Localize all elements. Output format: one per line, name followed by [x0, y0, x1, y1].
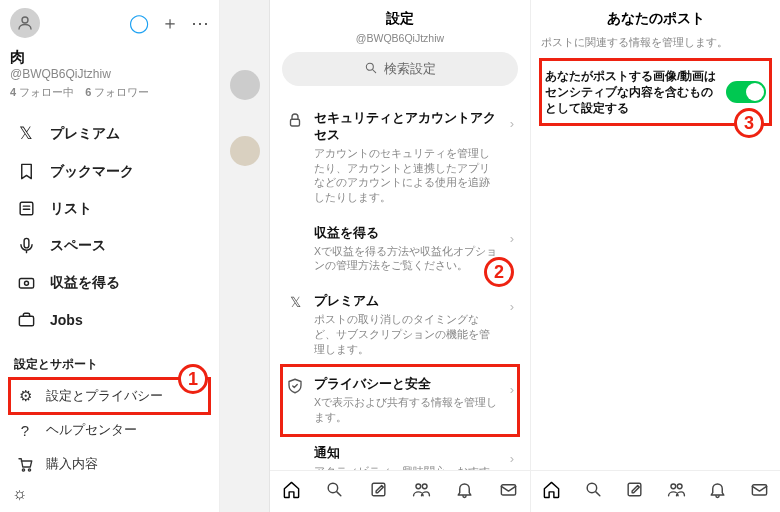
search-icon: [364, 61, 378, 78]
svg-rect-12: [291, 119, 300, 126]
svg-point-22: [671, 483, 676, 488]
list-icon: [16, 199, 36, 218]
svg-rect-4: [24, 238, 29, 248]
help-icon: ?: [16, 422, 34, 439]
nav-premium[interactable]: 𝕏プレミアム: [10, 114, 209, 153]
mic-icon: [16, 236, 36, 255]
callout-2: 2: [484, 257, 514, 287]
home-icon[interactable]: [542, 480, 561, 504]
compose-icon[interactable]: [625, 480, 644, 504]
user-handle: @BWQB6QiJtzhiw: [10, 67, 209, 81]
toggle-switch[interactable]: [726, 81, 766, 103]
home-icon[interactable]: [282, 480, 301, 504]
lock-icon: [286, 111, 304, 129]
svg-line-11: [373, 69, 376, 72]
theme-icon[interactable]: ☼: [12, 484, 28, 504]
setting-privacy-safety[interactable]: プライバシーと安全Xで表示および共有する情報を管理します。›: [282, 366, 518, 434]
search-settings[interactable]: 検索設定: [282, 52, 518, 86]
sidebar-item-help[interactable]: ?ヘルプセンター: [10, 413, 209, 447]
setting-monetize[interactable]: 収益を得るXで収益を得る方法や収益化オプションの管理方法をご覧ください。›: [282, 215, 518, 283]
search-icon[interactable]: [584, 480, 603, 504]
svg-point-23: [677, 483, 682, 488]
mail-icon[interactable]: [499, 480, 518, 504]
gear-icon: ⚙: [16, 387, 34, 405]
callout-3: 3: [734, 108, 764, 138]
settings-title: 設定: [282, 10, 518, 28]
avatar[interactable]: [10, 8, 40, 38]
svg-rect-24: [752, 484, 766, 494]
nav-monetize[interactable]: 収益を得る: [10, 264, 209, 301]
chevron-right-icon: ›: [510, 299, 514, 314]
nav-jobs[interactable]: Jobs: [10, 301, 209, 338]
bottom-bar-center: [270, 470, 530, 512]
svg-point-8: [22, 469, 24, 471]
mini-avatar[interactable]: [230, 70, 260, 100]
svg-point-0: [22, 17, 28, 23]
compose-icon[interactable]: [369, 480, 388, 504]
svg-rect-18: [501, 484, 515, 494]
svg-rect-1: [20, 202, 33, 215]
mail-icon[interactable]: [750, 480, 769, 504]
people-icon[interactable]: [667, 480, 686, 504]
chevron-right-icon: ›: [510, 451, 514, 466]
svg-point-13: [329, 483, 339, 493]
search-icon[interactable]: [325, 480, 344, 504]
chevron-right-icon: ›: [510, 116, 514, 131]
briefcase-icon: [16, 310, 36, 329]
x-icon: 𝕏: [286, 294, 304, 310]
toggle-label: あなたがポストする画像/動画はセンシティブな内容を含むものとして設定する: [545, 68, 718, 116]
bell-icon[interactable]: [455, 480, 474, 504]
sidebar-item-purchases[interactable]: 購入内容: [10, 447, 209, 481]
svg-point-10: [366, 63, 373, 70]
svg-point-9: [28, 469, 30, 471]
svg-line-14: [337, 491, 341, 495]
nav-bookmarks[interactable]: ブックマーク: [10, 153, 209, 190]
bookmark-icon: [16, 162, 36, 181]
user-stats: 4 フォロー中 6 フォロワー: [10, 85, 209, 100]
callout-1: 1: [178, 364, 208, 394]
settings-handle: @BWQB6QiJtzhiw: [282, 32, 518, 44]
user-display-name: 肉: [10, 48, 209, 67]
money-icon: [16, 273, 36, 292]
opera-icon[interactable]: ◯: [129, 12, 149, 34]
nav-lists[interactable]: リスト: [10, 190, 209, 227]
detail-title: あなたのポスト: [541, 10, 770, 28]
chevron-right-icon: ›: [510, 382, 514, 397]
svg-rect-7: [19, 316, 33, 326]
people-icon[interactable]: [412, 480, 431, 504]
svg-rect-5: [19, 279, 33, 289]
svg-point-6: [24, 281, 28, 285]
svg-point-17: [422, 483, 427, 488]
chevron-right-icon: ›: [510, 231, 514, 246]
svg-line-20: [596, 491, 600, 495]
setting-security[interactable]: セキュリティとアカウントアクセスアカウントのセキュリティを管理したり、アカウント…: [282, 100, 518, 215]
x-icon: 𝕏: [16, 123, 36, 144]
svg-point-16: [416, 483, 421, 488]
shield-icon: [286, 377, 304, 395]
cart-icon: [16, 455, 34, 473]
svg-point-19: [587, 483, 597, 493]
more-icon[interactable]: ⋯: [191, 12, 209, 34]
bottom-bar-right: [531, 470, 780, 512]
detail-desc: ポストに関連する情報を管理します。: [541, 36, 770, 50]
plus-icon[interactable]: ＋: [161, 11, 179, 35]
bell-icon[interactable]: [708, 480, 727, 504]
setting-premium[interactable]: 𝕏プレミアムポストの取り消しのタイミングなど、サブスクリプションの機能を管理しま…: [282, 283, 518, 366]
mini-avatar[interactable]: [230, 136, 260, 166]
nav-spaces[interactable]: スペース: [10, 227, 209, 264]
